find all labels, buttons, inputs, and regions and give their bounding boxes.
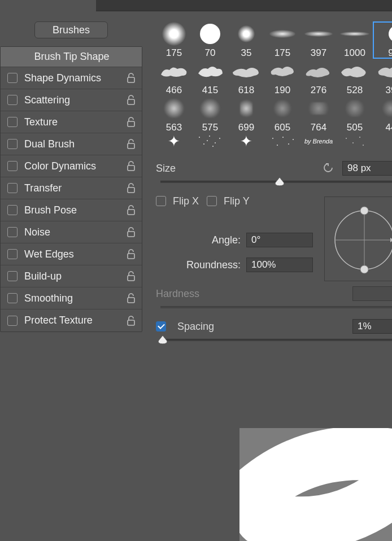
lock-icon[interactable] [126,182,136,194]
active-panel-tab[interactable] [0,0,96,11]
angle-roundness-widget[interactable] [324,197,392,281]
option-brush-pose[interactable]: Brush Pose [1,199,142,221]
roundness-input[interactable]: 100% [246,258,313,272]
brush-preset[interactable]: 175 [264,21,300,59]
option-smoothing[interactable]: Smoothing [1,287,142,309]
checkbox[interactable] [7,139,18,149]
hardness-input[interactable] [352,286,392,301]
angle-row: Angle: 0° [156,233,313,247]
size-input[interactable]: 98 px [342,161,392,176]
option-color-dynamics[interactable]: Color Dynamics [1,155,142,177]
checkbox[interactable] [7,316,18,326]
svg-rect-11 [128,320,134,325]
brush-preset[interactable]: by Brenda [300,133,337,150]
brush-preset[interactable]: 39 [373,59,392,96]
lock-icon[interactable] [126,160,136,172]
preset-size: 699 [238,122,254,133]
lock-icon[interactable] [126,226,136,238]
brush-preset[interactable]: 764 [300,96,337,133]
brush-preset[interactable]: 190 [264,59,300,96]
option-transfer[interactable]: Transfer [1,177,142,199]
brush-preset[interactable]: 699 [228,96,264,133]
option-texture[interactable]: Texture [1,111,142,133]
checkbox[interactable] [7,183,18,193]
lock-icon[interactable] [126,315,136,326]
brush-preset-grid: 175 70 35 175 397 1000 9 466 415 618 190… [156,21,392,150]
option-label: Texture [24,116,126,128]
option-label: Wet Edges [24,248,126,260]
checkbox[interactable] [7,117,18,127]
preset-size: 70 [205,47,216,59]
lock-icon[interactable] [126,138,136,150]
checkbox[interactable] [7,271,18,281]
flip-x-checkbox[interactable] [156,196,166,206]
option-label: Scattering [24,94,126,106]
brush-preset[interactable]: 605 [264,96,300,133]
preset-size: 575 [202,122,218,133]
brush-preset[interactable]: 175 [156,21,192,59]
brush-preset[interactable]: 35 [228,21,264,59]
svg-rect-8 [128,254,134,259]
hardness-label: Hardness [156,288,199,300]
spacing-slider-thumb[interactable] [158,335,168,344]
brush-preset[interactable]: 505 [337,96,373,133]
size-slider-thumb[interactable] [275,177,285,186]
brush-preset[interactable]: 528 [337,59,373,96]
size-slider[interactable] [160,181,392,183]
brush-preset[interactable]: 466 [156,59,192,96]
brush-tip-shape-header[interactable]: Brush Tip Shape [1,47,142,67]
checkbox[interactable] [7,205,18,215]
brush-preset[interactable]: 575 [192,96,228,133]
brush-preset[interactable]: ✦ [228,133,264,150]
brush-preset[interactable]: 44 [373,96,392,133]
brush-preset[interactable]: 618 [228,59,264,96]
preset-size: 190 [275,85,290,96]
checkbox[interactable] [7,249,18,259]
angle-input[interactable]: 0° [246,233,313,247]
preset-size: 563 [166,122,182,133]
lock-icon[interactable] [126,72,136,84]
option-scattering[interactable]: Scattering [1,89,142,111]
lock-icon[interactable] [126,248,136,260]
preset-size: 35 [241,47,252,59]
brush-preset[interactable]: ✦ [156,133,192,150]
checkbox[interactable] [7,293,18,303]
brush-preset[interactable]: 1000 [337,21,373,59]
svg-point-15 [215,142,216,143]
reset-size-icon[interactable] [323,162,336,175]
checkbox[interactable] [7,161,18,171]
lock-icon[interactable] [126,293,136,304]
brush-preset[interactable]: 276 [300,59,337,96]
brush-preset[interactable]: 70 [192,21,228,59]
checkbox[interactable] [7,227,18,237]
preset-size: 466 [166,85,182,96]
option-noise[interactable]: Noise [1,221,142,243]
checkbox[interactable] [7,73,18,83]
checkbox[interactable] [7,95,18,105]
brush-options-list: Brush Tip Shape Shape Dynamics Scatterin… [0,46,142,332]
brushes-button[interactable]: Brushes [34,21,108,38]
option-wet-edges[interactable]: Wet Edges [1,243,142,265]
brush-preset[interactable] [264,133,300,150]
brush-preset[interactable]: 415 [192,59,228,96]
flip-y-checkbox[interactable] [207,196,217,206]
brush-preset-selected[interactable]: 9 [373,21,392,59]
spacing-slider[interactable] [160,339,392,341]
svg-rect-3 [128,143,134,149]
spacing-input[interactable]: 1% [352,319,392,334]
lock-icon[interactable] [126,270,136,282]
lock-icon[interactable] [126,94,136,106]
svg-point-13 [203,143,204,145]
brush-preset[interactable] [192,133,228,150]
option-build-up[interactable]: Build-up [1,265,142,287]
lock-icon[interactable] [126,116,136,128]
brush-preset[interactable]: 563 [156,96,192,133]
spacing-checkbox[interactable] [156,321,166,331]
brush-preset[interactable]: 397 [300,21,337,59]
brush-preset[interactable] [337,133,373,150]
option-dual-brush[interactable]: Dual Brush [1,133,142,155]
option-protect-texture[interactable]: Protect Texture [1,309,142,331]
option-shape-dynamics[interactable]: Shape Dynamics [1,67,142,89]
lock-icon[interactable] [126,204,136,216]
brush-preset[interactable] [373,133,392,150]
